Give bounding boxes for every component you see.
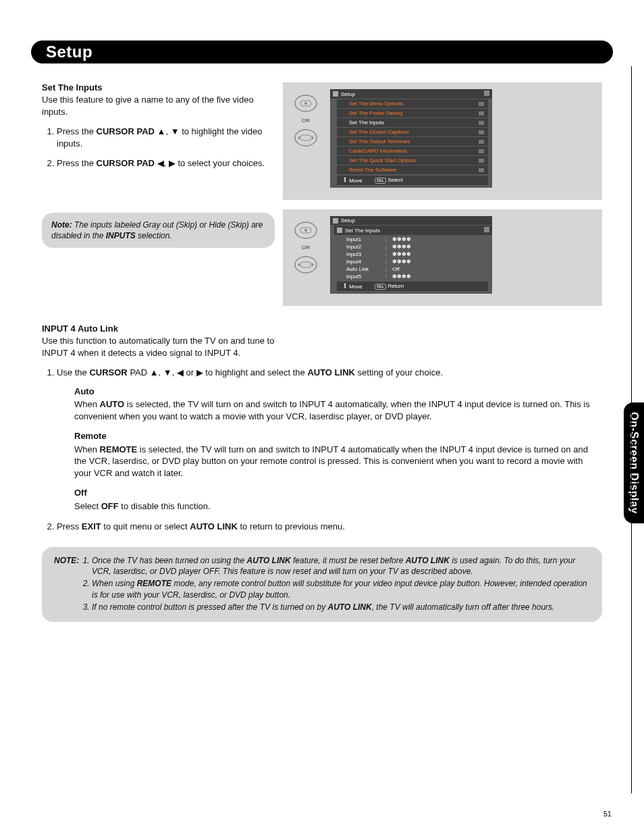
osd-1-footer: Move SEL Select [337, 176, 488, 185]
svg-rect-19 [300, 262, 311, 267]
input-row: Input2:✽✽✽✽ [330, 243, 492, 251]
menu-item: Set The Quick Start Options [337, 156, 488, 165]
remote-text: When REMOTE is selected, the TV will tur… [74, 444, 602, 479]
autolink-steps: Use the CURSOR PAD ▲, ▼, ◀ or ▶ to highl… [42, 367, 602, 532]
svg-rect-20 [333, 218, 338, 224]
menu-item: CableCARD Information [337, 147, 488, 155]
note2-item2: When using REMOTE mode, any remote contr… [92, 578, 590, 600]
sel-badge: SEL [375, 178, 386, 184]
svg-rect-12 [479, 149, 484, 153]
cursor-pad-icon [292, 92, 319, 115]
input-row: Input5:✽✽✽✽ [330, 273, 492, 280]
right-divider [631, 66, 632, 793]
autolink-step1: Use the CURSOR PAD ▲, ▼, ◀ or ▶ to highl… [57, 367, 602, 512]
menu-item: Set The Closed Captions [337, 128, 488, 136]
cursor-pad-icon [292, 253, 319, 276]
input-row: Input1:✽✽✽✽ [330, 236, 492, 243]
menu-item: Set The Menu Options [337, 99, 488, 108]
osd-1-title: Setup [330, 89, 492, 99]
remote-heading: Remote [74, 430, 602, 442]
page: Setup Set The Inputs Use this feature to… [0, 0, 644, 834]
osd-2-subtitle: Set The Inputs [334, 226, 492, 235]
remote-icons-2: OR [290, 216, 322, 294]
set-inputs-intro: Use this feature to give a name to any o… [42, 94, 275, 118]
osd-menu-2: Setup Set The Inputs Input1:✽✽✽✽ Input2:… [330, 216, 492, 294]
auto-heading: Auto [74, 386, 602, 398]
autolink-step2: Press EXIT to quit menu or select AUTO L… [57, 521, 602, 533]
svg-rect-6 [484, 90, 489, 96]
wrench-icon [479, 130, 484, 134]
input-row: Input3:✽✽✽✽ [330, 251, 492, 258]
set-inputs-step1: Press the CURSOR PAD ▲, ▼ to highlight t… [57, 126, 275, 149]
menu-icon [337, 228, 342, 233]
menu-icon [333, 218, 338, 224]
input-row: Input4:✽✽✽✽ [330, 258, 492, 265]
menu-item: Reset The Software [337, 165, 488, 174]
content: Set The Inputs Use this feature to give … [42, 82, 602, 622]
off-text: Select OFF to disable this function. [74, 500, 602, 513]
menu-item: Set The Inputs [337, 118, 488, 127]
or-text-2: OR [302, 244, 310, 251]
wrench-icon [484, 227, 489, 232]
menu-item: Set The Output Terminals [337, 137, 488, 146]
page-title-bar: Setup [31, 41, 613, 63]
input-row: Auto Link:Off [330, 265, 492, 273]
svg-rect-13 [479, 159, 484, 163]
svg-rect-14 [479, 168, 484, 172]
svg-rect-9 [479, 121, 484, 125]
osd-menu-1: Setup Set The Menu Options Set The Power… [330, 89, 492, 188]
note2-item1: Once the TV has been turned on using the… [92, 555, 590, 577]
osd-2-title: Setup [330, 216, 492, 225]
or-text-1: OR [302, 118, 310, 124]
menu-icon [333, 91, 338, 97]
move-arrows-icon [342, 283, 348, 288]
wrench-icon [479, 111, 484, 115]
note-1: Note: The inputs labeled Gray out (Skip)… [42, 213, 275, 248]
autolink-heading: INPUT 4 Auto Link [42, 323, 602, 334]
set-inputs-heading: Set The Inputs [42, 82, 275, 93]
sel-badge: SEL [375, 284, 386, 290]
note-2: NOTE: Once the TV has been turned on usi… [42, 547, 602, 622]
svg-point-17 [304, 229, 307, 232]
wrench-icon [479, 168, 484, 172]
svg-rect-10 [479, 130, 484, 134]
svg-rect-4 [300, 135, 311, 140]
svg-rect-11 [479, 140, 484, 144]
menu-item: Set The Power Saving [337, 109, 488, 118]
page-title: Setup [46, 43, 92, 61]
note2-item3: If no remote control button is pressed a… [92, 602, 590, 613]
remote-icons-1: OR [290, 89, 322, 188]
osd-screenshot-1: OR Setup Set The Menu Options Set The Po… [283, 82, 602, 200]
wrench-icon [479, 121, 484, 125]
osd-screenshot-2: OR Setup Set The Inputs [283, 209, 602, 306]
wrench-icon [479, 159, 484, 163]
note-1-label: Note: [51, 220, 72, 230]
svg-rect-7 [479, 102, 484, 106]
autolink-intro: Use this function to automatically turn … [42, 335, 292, 359]
wrench-icon [479, 140, 484, 144]
auto-text: When AUTO is selected, the TV will turn … [74, 398, 602, 422]
side-tab: On-Screen Display [624, 402, 644, 523]
wrench-icon [479, 102, 484, 106]
set-inputs-steps: Press the CURSOR PAD ▲, ▼ to highlight t… [42, 126, 275, 170]
svg-rect-21 [337, 228, 342, 233]
cursor-pad-icon [292, 219, 319, 242]
set-inputs-step2: Press the CURSOR PAD ◀, ▶ to select your… [57, 157, 275, 170]
wrench-icon [479, 149, 484, 153]
svg-rect-22 [484, 227, 489, 232]
cursor-pad-icon [292, 126, 319, 149]
svg-point-2 [304, 102, 307, 105]
svg-rect-5 [333, 91, 338, 97]
page-number: 51 [603, 810, 612, 818]
wrench-icon [484, 90, 489, 96]
off-heading: Off [74, 487, 602, 499]
move-arrows-icon [342, 177, 348, 182]
svg-rect-8 [479, 111, 484, 115]
osd-2-footer: Move SEL Return [337, 282, 488, 291]
note-2-label: NOTE: [54, 555, 79, 566]
